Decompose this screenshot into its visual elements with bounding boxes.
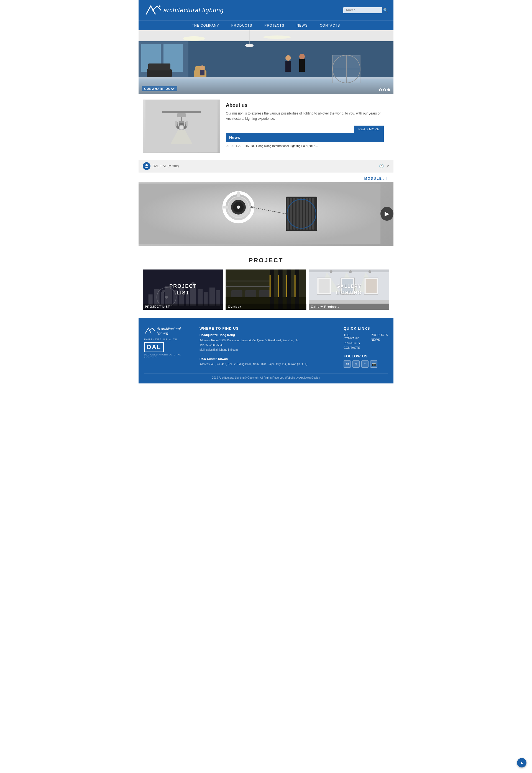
footer-link-list-2: PRODUCTS NEWS	[371, 333, 388, 351]
svg-rect-47	[237, 192, 240, 197]
gymbox-label: Gymbox	[226, 303, 306, 310]
footer-link-news[interactable]: NEWS	[371, 338, 388, 341]
footer-links-col: QUICK LINKS THE COMPANY PROJECTS CONTACT…	[344, 326, 388, 367]
footer-link-company[interactable]: THE COMPANY	[344, 333, 365, 340]
social-facebook-icon[interactable]: f	[361, 360, 369, 367]
hero-label: GUNWHARF QUAY	[142, 86, 177, 91]
module-label: MODULE / I	[139, 177, 393, 180]
footer-rd-address: Address: 4F., No. 413, Sec. 2, Tiding Bl…	[199, 362, 335, 366]
svg-point-38	[145, 164, 148, 166]
footer-dal-logo: DAL	[144, 342, 164, 352]
hero-overlay	[139, 77, 393, 94]
main-nav: THE COMPANY PRODUCTS PROJECTS NEWS CONTA…	[139, 21, 393, 30]
svg-rect-93	[226, 286, 270, 287]
nav-products[interactable]: PRODUCTS	[225, 21, 258, 30]
news-text-0[interactable]: HKTDC Hong Kong International Lighting F…	[245, 144, 318, 147]
project-list-big-text: PROJECTLIST	[169, 283, 197, 296]
hero-dot-1[interactable]	[379, 88, 382, 91]
svg-point-61	[250, 206, 253, 208]
nav-contacts[interactable]: CONTACTS	[314, 21, 346, 30]
footer-logo-column: Al architectural lighting PARTNERSHIP WI…	[144, 326, 191, 367]
project-title: PROJECT	[143, 257, 389, 264]
hero-dot-2[interactable]	[383, 88, 386, 91]
svg-rect-92	[295, 275, 296, 297]
news-item-0: 2019-04-22 HKTDC Hong Kong International…	[226, 142, 384, 150]
svg-rect-90	[278, 275, 279, 297]
news-date-0: 2019-04-22	[226, 144, 241, 147]
svg-rect-37	[186, 121, 188, 126]
svg-rect-53	[296, 198, 299, 229]
project-card-gymbox[interactable]: Gymbox	[226, 269, 306, 310]
module-video[interactable]: ▶	[139, 182, 393, 246]
svg-rect-2	[139, 30, 393, 41]
svg-rect-52	[293, 198, 296, 229]
footer-link-projects[interactable]: PROJECTS	[344, 341, 365, 344]
module-section: MODULE / I	[139, 174, 393, 248]
svg-rect-45	[223, 206, 228, 208]
project-card-list[interactable]: PROJECTLIST PROJECT LIST	[143, 269, 223, 310]
copyright-text: 2019 Architectural Lighting© Copyright A…	[212, 376, 320, 379]
hero-dot-3[interactable]	[387, 88, 390, 91]
about-text: Our mission is to express the various po…	[226, 111, 384, 121]
play-button[interactable]: ▶	[380, 207, 393, 221]
svg-point-16	[285, 55, 291, 61]
footer-partnership: PARTNERSHIP WITH	[144, 338, 191, 341]
svg-rect-40	[139, 183, 380, 244]
svg-rect-82	[231, 290, 242, 297]
svg-rect-35	[178, 120, 179, 126]
read-more-button[interactable]: READ MORE	[354, 126, 384, 133]
search-area: 🔍	[343, 7, 388, 13]
social-twitter-icon[interactable]: 𝕏	[352, 360, 360, 367]
logo-tagline: architectural lighting	[163, 7, 224, 14]
project-list-label: PROJECT LIST	[143, 303, 223, 310]
svg-point-4	[263, 35, 291, 39]
svg-rect-34	[175, 121, 177, 126]
video-title: DAL + AL (M-flux)	[153, 164, 179, 168]
footer-link-contacts[interactable]: CONTACTS	[344, 346, 365, 349]
svg-rect-17	[285, 61, 291, 72]
svg-rect-91	[286, 275, 287, 297]
footer-logo-text: Al architectural lighting	[157, 326, 191, 335]
video-icons: 🕐 ↗	[379, 164, 389, 168]
nav-projects[interactable]: PROJECTS	[258, 21, 290, 30]
footer-where-col: WHERE TO FIND US Headquarter-Hong Kong A…	[199, 326, 335, 367]
footer-links-grid: THE COMPANY PROJECTS CONTACTS PRODUCTS N…	[344, 333, 388, 351]
news-bar: News	[226, 133, 384, 142]
svg-rect-55	[303, 198, 305, 229]
hero-banner: GUNWHARF QUAY	[139, 30, 393, 94]
nav-news[interactable]: NEWS	[290, 21, 314, 30]
svg-rect-27	[162, 111, 201, 113]
logo-icon	[144, 3, 161, 17]
footer-rd-title: R&D Center-Taiwan	[199, 357, 335, 360]
search-button[interactable]: 🔍	[383, 8, 388, 12]
footer-logo-area: Al architectural lighting	[144, 326, 191, 335]
svg-point-48	[237, 206, 240, 209]
video-clock-icon[interactable]: 🕐	[379, 164, 384, 168]
site-footer: Al architectural lighting PARTNERSHIP WI…	[139, 318, 393, 383]
about-title: About us	[226, 102, 384, 108]
social-instagram-icon[interactable]: 📷	[370, 360, 377, 367]
video-share-icon[interactable]: ↗	[386, 164, 389, 168]
logo-area: architectural lighting	[144, 3, 224, 17]
svg-rect-56	[306, 198, 308, 229]
footer-link-products[interactable]: PRODUCTS	[371, 333, 388, 336]
search-input[interactable]	[343, 7, 382, 13]
svg-point-18	[299, 54, 305, 59]
svg-rect-94	[226, 280, 270, 281]
footer-hq-title: Headquarter-Hong Kong	[199, 333, 335, 336]
svg-point-14	[200, 65, 204, 70]
site-header: architectural lighting 🔍	[139, 0, 393, 21]
video-user: DAL + AL (M-flux)	[143, 162, 179, 170]
footer-designed: DESIGNED ARCHITECTURAL LIGHTING	[144, 353, 191, 358]
footer-bottom: 2019 Architectural Lighting© Copyright A…	[144, 373, 388, 379]
svg-rect-19	[299, 59, 305, 72]
svg-rect-58	[312, 198, 314, 229]
project-card-gallery[interactable]: GALLERYLIGHTING Gallery Products	[309, 269, 389, 310]
project-section: PROJECT	[139, 248, 393, 318]
video-strip: DAL + AL (M-flux) 🕐 ↗	[139, 160, 393, 172]
project-grid: PROJECTLIST PROJECT LIST	[143, 269, 389, 310]
social-email-icon[interactable]: ✉	[344, 360, 351, 367]
social-icons: ✉ 𝕏 f 📷	[344, 360, 388, 367]
nav-company[interactable]: THE COMPANY	[186, 21, 225, 30]
svg-point-0	[159, 5, 160, 7]
